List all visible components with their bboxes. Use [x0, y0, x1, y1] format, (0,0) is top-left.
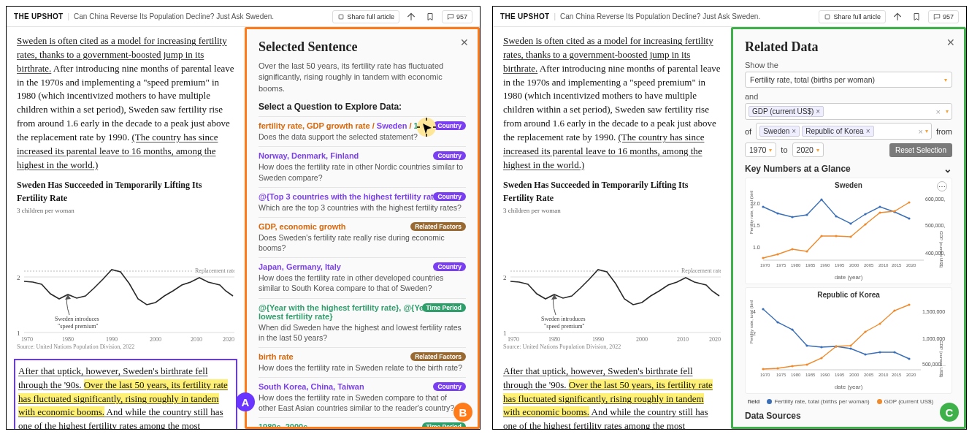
question-item-3[interactable]: GDP, economic growthDoes Sweden's fertil…: [259, 217, 466, 257]
svg-point-50: [820, 198, 822, 200]
close-icon[interactable]: ✕: [460, 37, 469, 48]
share-arrow-icon[interactable]: [404, 10, 418, 24]
cursor-click-icon: [416, 116, 437, 141]
svg-point-98: [762, 368, 764, 370]
svg-text:1980: 1980: [548, 336, 560, 341]
svg-point-52: [849, 222, 851, 224]
close-icon[interactable]: ✕: [946, 37, 955, 48]
svg-text:1970: 1970: [760, 263, 770, 267]
chevron-down-icon[interactable]: ⌄: [943, 163, 952, 175]
key-numbers-label: Key Numbers at a Glance: [745, 164, 851, 174]
svg-text:2000: 2000: [849, 263, 860, 267]
question-item-6[interactable]: birth rateHow does the fertility rate in…: [259, 347, 466, 377]
more-icon[interactable]: ⋯: [937, 181, 947, 191]
chevron-down-icon: ▾: [769, 147, 772, 153]
svg-text:GDP (current US$): GDP (current US$): [939, 231, 943, 268]
divider: |: [67, 12, 69, 20]
question-item-1[interactable]: Norway, Denmark, FinlandHow does the fer…: [259, 146, 466, 186]
svg-point-90: [805, 344, 808, 346]
svg-point-65: [878, 211, 881, 213]
svg-text:1.0: 1.0: [753, 245, 760, 250]
clear-icon[interactable]: ×: [936, 107, 941, 116]
svg-text:2010: 2010: [878, 373, 889, 377]
of-label: of: [745, 127, 751, 136]
chart-title: Sweden Has Succeeded in Temporarily Lift…: [503, 179, 721, 205]
svg-point-99: [776, 367, 778, 369]
bookmark-icon[interactable]: [423, 10, 437, 24]
tag-korea[interactable]: Republic of Korea×: [802, 126, 873, 137]
year-to-select[interactable]: 2020▾: [792, 142, 824, 157]
svg-text:2005: 2005: [864, 263, 874, 267]
related-data-panel: ✕ Related Data Show the Fertility rate, …: [731, 27, 966, 429]
svg-text:1.5: 1.5: [753, 223, 760, 228]
chevron-down-icon: ▾: [944, 77, 947, 83]
remove-tag-icon[interactable]: ×: [792, 127, 796, 135]
chart-source: Source: United Nations Population Divisi…: [17, 343, 234, 352]
svg-point-108: [908, 303, 910, 305]
svg-text:2010: 2010: [878, 263, 889, 267]
svg-point-97: [908, 357, 910, 360]
article-body: Sweden is often cited as a model for inc…: [7, 27, 245, 429]
svg-point-56: [908, 217, 910, 219]
show-the-label: Show the: [745, 61, 952, 69]
tag-sweden[interactable]: Sweden×: [759, 126, 800, 137]
mini-chart-sweden: ⋯ Sweden 2.01.51.0 600,000,…500,000,…400…: [745, 178, 952, 284]
question-item-4[interactable]: Japan, Germany, ItalyHow does the fertil…: [259, 257, 466, 297]
svg-point-105: [864, 330, 866, 332]
svg-text:2020: 2020: [223, 336, 234, 341]
share-button[interactable]: Share full article: [819, 10, 886, 23]
svg-text:1975: 1975: [776, 263, 786, 267]
and-tags[interactable]: GDP (current US$)××▾: [745, 103, 952, 120]
svg-text:1995: 1995: [835, 263, 845, 267]
share-arrow-icon[interactable]: [890, 10, 905, 24]
svg-text:Fertility rate, total (births : Fertility rate, total (births per woman): [749, 300, 754, 343]
svg-text:2000: 2000: [150, 336, 161, 341]
question-item-7[interactable]: South Korea, China, TaiwanHow does the f…: [259, 377, 466, 417]
selected-paragraph[interactable]: After that uptick, however, Sweden's bir…: [14, 359, 237, 429]
remove-tag-icon[interactable]: ×: [816, 107, 820, 115]
svg-point-47: [776, 212, 778, 214]
remove-tag-icon[interactable]: ×: [866, 127, 870, 135]
comments-button[interactable]: 957: [928, 10, 959, 23]
svg-text:"speed premium": "speed premium": [58, 323, 99, 330]
year-from-select[interactable]: 1970▾: [745, 142, 776, 157]
fertility-chart: 2 1 Replacement rate Sweden introduces "…: [503, 218, 721, 341]
bookmark-icon[interactable]: [909, 10, 924, 24]
svg-text:2: 2: [503, 274, 507, 281]
svg-text:2000: 2000: [636, 336, 648, 341]
svg-point-60: [805, 250, 808, 252]
svg-text:2020: 2020: [906, 373, 916, 377]
svg-point-66: [893, 210, 895, 212]
svg-point-96: [893, 351, 895, 353]
svg-point-67: [908, 201, 910, 203]
svg-rect-0: [340, 15, 344, 19]
metric-select[interactable]: Fertility rate, total (births per woman)…: [745, 72, 952, 88]
panel-lead: Over the last 50 years, its fertility ra…: [259, 61, 466, 94]
svg-text:1985: 1985: [805, 263, 816, 267]
tag-gdp[interactable]: GDP (current US$)×: [749, 106, 824, 117]
share-button[interactable]: Share full article: [332, 10, 399, 23]
svg-text:1980: 1980: [791, 373, 801, 377]
badge-country: Country: [433, 121, 466, 130]
mini-chart-korea: Republic of Korea 42 1,500,000…1,000,000…: [745, 287, 952, 394]
svg-text:GDP (current US$): GDP (current US$): [939, 341, 943, 378]
svg-text:1: 1: [503, 330, 507, 337]
comments-button[interactable]: 957: [442, 10, 472, 23]
reset-button[interactable]: Reset Selection: [889, 143, 952, 157]
svg-text:Replacement rate: Replacement rate: [681, 267, 721, 274]
svg-point-87: [762, 308, 764, 310]
svg-point-49: [805, 213, 808, 216]
svg-point-100: [791, 365, 793, 367]
svg-point-101: [805, 363, 808, 365]
question-item-5[interactable]: @{Year with the highest fertility rate},…: [259, 298, 466, 347]
svg-text:1980: 1980: [791, 263, 801, 267]
svg-text:1980: 1980: [62, 336, 74, 341]
clear-icon[interactable]: ×: [919, 127, 923, 136]
country-tags[interactable]: Sweden×Republic of Korea××▾: [756, 123, 932, 140]
callout-b: B: [453, 403, 472, 422]
question-item-8[interactable]: 1980s, 2000sHow did Sweden's fertility r…: [259, 417, 466, 429]
screen-right: THE UPSHOT | Can China Reverse Its Popul…: [492, 6, 967, 430]
svg-text:2.0: 2.0: [753, 201, 760, 206]
callout-a: A: [236, 392, 255, 411]
question-item-2[interactable]: @{Top 3 countries with the highest ferti…: [259, 187, 466, 217]
